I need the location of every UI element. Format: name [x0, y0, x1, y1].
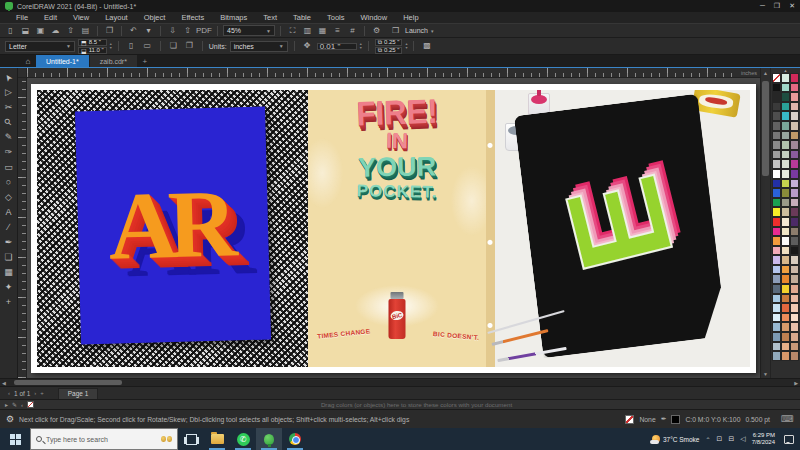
- menu-item[interactable]: File: [8, 13, 36, 22]
- snap-icon[interactable]: #: [346, 25, 359, 37]
- palette-swatch[interactable]: [790, 111, 799, 121]
- menu-item[interactable]: Object: [136, 13, 174, 22]
- artwork-fire-poster[interactable]: FIRE! IN YOUR POCKET. BiC TIMES CHANGE B…: [308, 90, 486, 367]
- pick-tool[interactable]: ➤: [1, 70, 16, 84]
- text-tool[interactable]: A: [1, 205, 16, 219]
- document-page[interactable]: AR FIRE! IN YOUR POCKET. BiC: [31, 84, 756, 373]
- save-icon[interactable]: ▣: [34, 25, 47, 37]
- palette-swatch[interactable]: [772, 188, 781, 198]
- add-tool-button[interactable]: +: [1, 295, 16, 309]
- palette-swatch[interactable]: [781, 255, 790, 265]
- shape-tool[interactable]: ▷: [1, 85, 16, 99]
- palette-swatch[interactable]: [790, 131, 799, 141]
- portrait-button[interactable]: ▯: [125, 40, 138, 52]
- palette-swatch[interactable]: [790, 227, 799, 237]
- menu-item[interactable]: Table: [285, 13, 319, 22]
- rectangle-tool[interactable]: ▭: [1, 160, 16, 174]
- palette-swatch[interactable]: [781, 217, 790, 227]
- rulers-icon[interactable]: ▥: [301, 25, 314, 37]
- copy-icon[interactable]: ❐: [103, 25, 116, 37]
- palette-swatch[interactable]: [790, 322, 799, 332]
- vertical-ruler[interactable]: [18, 78, 27, 378]
- full-screen-icon[interactable]: ⛶: [286, 25, 299, 37]
- eyedropper-tool[interactable]: ✦: [1, 280, 16, 294]
- palette-swatch[interactable]: [772, 179, 781, 189]
- palette-swatch[interactable]: [790, 92, 799, 102]
- first-page-icon[interactable]: ‹: [8, 390, 10, 396]
- taskbar-clock[interactable]: 6:29 PM 7/8/2024: [752, 432, 775, 447]
- display-icon[interactable]: ⊟: [728, 435, 734, 443]
- palette-swatch[interactable]: [772, 236, 781, 246]
- palette-flyout-icon[interactable]: ▸: [5, 401, 8, 408]
- palette-swatch[interactable]: [790, 332, 799, 342]
- menu-item[interactable]: Help: [395, 13, 426, 22]
- fill-none-icon[interactable]: [625, 415, 634, 424]
- menu-item[interactable]: Text: [255, 13, 285, 22]
- palette-swatch[interactable]: [790, 179, 799, 189]
- minimize-button[interactable]: ─: [760, 2, 765, 10]
- palette-swatch[interactable]: [781, 73, 790, 83]
- menu-item[interactable]: Window: [352, 13, 395, 22]
- palette-swatch[interactable]: [781, 265, 790, 275]
- palette-swatch[interactable]: [790, 198, 799, 208]
- grid-icon[interactable]: ▦: [316, 25, 329, 37]
- palette-swatch[interactable]: [772, 274, 781, 284]
- palette-swatch[interactable]: [781, 342, 790, 352]
- launch-button[interactable]: ❒ Launch ▾: [385, 25, 437, 37]
- horizontal-scroll-thumb[interactable]: [14, 380, 122, 385]
- open-icon[interactable]: ⬓: [19, 25, 32, 37]
- palette-swatch[interactable]: [781, 351, 790, 361]
- page-tab[interactable]: Page 1: [58, 388, 99, 399]
- palette-swatch[interactable]: [790, 342, 799, 352]
- palette-swatch[interactable]: [781, 207, 790, 217]
- palette-swatch[interactable]: [772, 217, 781, 227]
- palette-swatch[interactable]: [772, 332, 781, 342]
- all-pages-button[interactable]: ❏: [167, 40, 180, 52]
- palette-swatch[interactable]: [772, 227, 781, 237]
- page-width-field[interactable]: ⬒8.5 ": [78, 39, 107, 46]
- menu-item[interactable]: Effects: [173, 13, 212, 22]
- palette-swatch[interactable]: [772, 313, 781, 323]
- palette-swatch[interactable]: [781, 102, 790, 112]
- palette-swatch[interactable]: [772, 73, 781, 83]
- artwork-letter-board-photo[interactable]: E: [486, 90, 750, 367]
- palette-swatch[interactable]: [772, 92, 781, 102]
- palette-swatch[interactable]: [772, 207, 781, 217]
- file-explorer-button[interactable]: [204, 428, 230, 450]
- page-height-field[interactable]: ⬓11.0 ": [78, 47, 107, 54]
- page-size-spinner[interactable]: ▴▾: [110, 42, 112, 51]
- palette-swatch[interactable]: [781, 121, 790, 131]
- weather-widget[interactable]: 37°C Smoke: [652, 435, 700, 443]
- pen-tool[interactable]: ✒: [1, 235, 16, 249]
- action-center-icon[interactable]: [784, 435, 794, 444]
- palette-swatch[interactable]: [790, 121, 799, 131]
- palette-swatch[interactable]: [781, 159, 790, 169]
- palette-swatch[interactable]: [781, 236, 790, 246]
- undo-icon[interactable]: ↶: [127, 25, 140, 37]
- palette-swatch[interactable]: [790, 140, 799, 150]
- current-page-button[interactable]: ❐: [183, 40, 196, 52]
- palette-swatch[interactable]: [772, 131, 781, 141]
- palette-swatch[interactable]: [772, 83, 781, 93]
- scroll-down-icon[interactable]: ▼: [761, 369, 770, 378]
- menu-item[interactable]: Bitmaps: [212, 13, 255, 22]
- export-icon[interactable]: ⇧: [181, 25, 194, 37]
- artwork-ar-photo[interactable]: AR: [37, 90, 308, 367]
- palette-swatch[interactable]: [790, 159, 799, 169]
- palette-swatch[interactable]: [790, 102, 799, 112]
- palette-swatch[interactable]: [790, 255, 799, 265]
- tab-zaib-cdr[interactable]: zaib.cdr*: [90, 55, 137, 67]
- upload-icon[interactable]: ⇧: [64, 25, 77, 37]
- palette-swatch[interactable]: [790, 236, 799, 246]
- landscape-button[interactable]: ▭: [141, 40, 154, 52]
- duplicate-spinner[interactable]: ▴▾: [405, 42, 407, 51]
- palette-swatch[interactable]: [772, 121, 781, 131]
- outline-color-swatch[interactable]: [671, 415, 680, 424]
- zoom-tool[interactable]: ⚲: [1, 115, 16, 129]
- duplicate-x-field[interactable]: ⧉0.25 ": [375, 39, 403, 46]
- new-tab-button[interactable]: +: [138, 55, 152, 67]
- close-button[interactable]: ✕: [789, 2, 795, 10]
- units-combo[interactable]: inches ▼: [230, 41, 288, 52]
- menu-item[interactable]: Edit: [36, 13, 65, 22]
- palette-swatch[interactable]: [781, 140, 790, 150]
